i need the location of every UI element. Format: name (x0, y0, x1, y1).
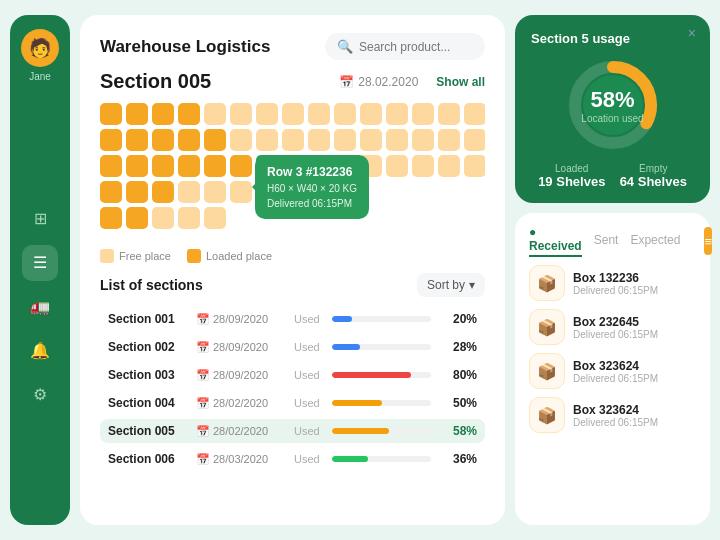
shelf-cell[interactable] (178, 129, 200, 151)
shelf-cell[interactable] (256, 129, 278, 151)
empty-value: 64 Shelves (620, 174, 687, 189)
loaded-value: 19 Shelves (538, 174, 605, 189)
shelf-cell[interactable] (464, 155, 485, 177)
shelf-cell[interactable] (230, 155, 252, 177)
shelf-cell[interactable] (438, 129, 460, 151)
section-row-pct: 58% (439, 424, 477, 438)
donut-container: 58% Location used (531, 55, 694, 155)
legend-loaded-dot (187, 249, 201, 263)
shelf-cell[interactable] (282, 103, 304, 125)
shelf-cell[interactable] (178, 207, 200, 229)
tab-sent[interactable]: Sent (594, 233, 619, 249)
shelf-cell[interactable] (464, 129, 485, 151)
shelf-cell[interactable] (308, 129, 330, 151)
section-row-used: Used (294, 313, 324, 325)
shelf-cell[interactable] (126, 103, 148, 125)
shelf-cell[interactable] (412, 129, 434, 151)
shelf-cell[interactable] (204, 181, 226, 203)
shelf-cell[interactable] (360, 103, 382, 125)
shelf-cell[interactable] (100, 207, 122, 229)
section-row-name: Section 001 (108, 312, 188, 326)
close-icon[interactable]: × (688, 25, 696, 41)
section-row-name: Section 002 (108, 340, 188, 354)
shelf-cell[interactable] (334, 129, 356, 151)
package-delivered: Delivered 06:15PM (573, 417, 696, 428)
package-delivered: Delivered 06:15PM (573, 373, 696, 384)
legend-loaded-label: Loaded place (206, 250, 272, 262)
shelf-cell[interactable] (256, 103, 278, 125)
list-item[interactable]: 📦 Box 232645 Delivered 06:15PM (529, 309, 696, 345)
package-delivered: Delivered 06:15PM (573, 329, 696, 340)
tab-expected[interactable]: Expected (630, 233, 680, 249)
shelf-cell[interactable] (100, 103, 122, 125)
shelf-cell[interactable] (204, 155, 226, 177)
shelf-cell[interactable] (412, 103, 434, 125)
shelf-cell[interactable] (438, 155, 460, 177)
package-icon: 📦 (529, 397, 565, 433)
table-row[interactable]: Section 006 📅 28/03/2020 Used 36% (100, 447, 485, 471)
shelf-cell[interactable] (386, 103, 408, 125)
list-item[interactable]: 📦 Box 132236 Delivered 06:15PM (529, 265, 696, 301)
table-row[interactable]: Section 003 📅 28/09/2020 Used 80% (100, 363, 485, 387)
shelf-cell[interactable] (178, 181, 200, 203)
table-row[interactable]: Section 002 📅 28/09/2020 Used 28% (100, 335, 485, 359)
table-row[interactable]: Section 004 📅 28/02/2020 Used 50% (100, 391, 485, 415)
section-row-pct: 50% (439, 396, 477, 410)
truck-icon[interactable]: 🚛 (22, 289, 58, 325)
section-row-date: 📅 28/09/2020 (196, 341, 286, 354)
search-input[interactable] (359, 40, 473, 54)
shelf-cell[interactable] (126, 181, 148, 203)
section-title: Section 005 (100, 70, 329, 93)
shelf-cell[interactable] (152, 103, 174, 125)
shelf-cell[interactable] (386, 129, 408, 151)
show-all-link[interactable]: Show all (436, 75, 485, 89)
shelf-cell[interactable] (412, 155, 434, 177)
shelf-grid: 📦 (100, 103, 485, 243)
shelf-cell[interactable] (100, 129, 122, 151)
inventory-icon[interactable]: ☰ (22, 245, 58, 281)
shelf-cell[interactable] (178, 103, 200, 125)
shelf-cell[interactable] (334, 103, 356, 125)
avatar: 🧑 (21, 29, 59, 67)
shelf-cell[interactable] (126, 155, 148, 177)
main-card: Warehouse Logistics 🔍 Section 005 📅 28.0… (80, 15, 505, 525)
shelf-cell[interactable] (152, 129, 174, 151)
sort-button[interactable]: Sort by ▾ (417, 273, 485, 297)
list-item[interactable]: 📦 Box 323624 Delivered 06:15PM (529, 397, 696, 433)
shelf-cell[interactable] (100, 155, 122, 177)
dashboard-icon[interactable]: ⊞ (22, 201, 58, 237)
shelf-cell[interactable] (204, 103, 226, 125)
shelf-cell[interactable] (152, 207, 174, 229)
filter-button[interactable]: ≡ (704, 227, 712, 255)
shelf-cell[interactable] (152, 155, 174, 177)
section-row-used: Used (294, 453, 324, 465)
shelf-cell[interactable] (152, 181, 174, 203)
shelf-cell[interactable] (464, 103, 485, 125)
shelf-cell[interactable] (438, 103, 460, 125)
table-row[interactable]: Section 005 📅 28/02/2020 Used 58% (100, 419, 485, 443)
shelf-cell[interactable] (204, 129, 226, 151)
shelf-cell[interactable] (126, 129, 148, 151)
shelf-cell[interactable] (230, 103, 252, 125)
sections-list-label: List of sections (100, 277, 417, 293)
bell-icon[interactable]: 🔔 (22, 333, 58, 369)
section-row-pct: 28% (439, 340, 477, 354)
table-row[interactable]: Section 001 📅 28/09/2020 Used 20% (100, 307, 485, 331)
progress-fill (332, 316, 352, 322)
progress-bar (332, 316, 431, 322)
shelf-cell[interactable] (100, 181, 122, 203)
shelf-cell[interactable] (308, 103, 330, 125)
tab-received[interactable]: ● Received (529, 225, 582, 257)
shelf-cell[interactable] (126, 207, 148, 229)
shelf-cell[interactable] (386, 155, 408, 177)
calendar-icon: 📅 (196, 397, 210, 410)
shelf-cell[interactable] (178, 155, 200, 177)
shelf-cell[interactable] (204, 207, 226, 229)
list-item[interactable]: 📦 Box 323624 Delivered 06:15PM (529, 353, 696, 389)
shelf-cell[interactable] (282, 129, 304, 151)
shelf-cell[interactable] (230, 129, 252, 151)
search-bar[interactable]: 🔍 (325, 33, 485, 60)
settings-icon[interactable]: ⚙ (22, 377, 58, 413)
progress-bar (332, 400, 431, 406)
shelf-cell[interactable] (360, 129, 382, 151)
